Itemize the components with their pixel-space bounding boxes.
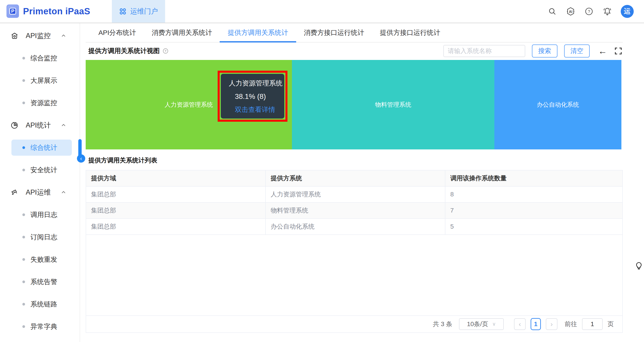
sidebar-item-composite-monitor[interactable]: 综合监控 xyxy=(0,47,80,69)
sidebar-item-call-logs[interactable]: 调用日志 xyxy=(0,204,80,226)
sidebar-group-label: API监控 xyxy=(26,31,51,40)
page-size-select[interactable]: 10条/页 ∨ xyxy=(459,318,504,330)
sidebar-item-resource-monitor[interactable]: 资源监控 xyxy=(0,92,80,114)
bullet-icon xyxy=(22,146,25,149)
main-content: API分布统计 消费方调用关系统计 提供方调用关系统计 消费方接口运行统计 提供… xyxy=(86,23,623,333)
prev-page-button[interactable]: ‹ xyxy=(514,318,526,330)
bullet-icon xyxy=(22,102,25,104)
bullet-icon xyxy=(22,169,25,171)
search-input[interactable] xyxy=(448,48,528,54)
svg-text:?: ? xyxy=(165,50,166,53)
treemap-block-office-system[interactable]: 办公自动化系统 xyxy=(494,60,622,150)
logo-icon: P xyxy=(6,4,19,18)
svg-text:AI: AI xyxy=(569,10,572,14)
bullet-icon xyxy=(22,214,25,216)
sidebar-group-api-stats[interactable]: API统计 xyxy=(0,114,80,136)
chevron-up-icon xyxy=(61,190,66,195)
chart-section-title: 提供方调用关系统计视图 ? xyxy=(86,46,169,56)
tooltip-detail-link[interactable]: 双击查看详情 xyxy=(235,105,279,114)
table-row[interactable]: 集团总部 人力资源管理系统 8 xyxy=(86,186,622,203)
user-avatar[interactable]: 运 xyxy=(621,5,634,18)
sidebar-item-composite-stats[interactable]: 综合统计 xyxy=(0,136,80,159)
bullet-icon xyxy=(22,236,25,238)
sidebar-item-system-links[interactable]: 系统链路 xyxy=(0,293,80,316)
chevron-down-icon: ∨ xyxy=(492,321,496,327)
header-actions: AI ? 运 xyxy=(547,0,634,22)
search-button[interactable]: 搜索 xyxy=(532,44,558,58)
table-header-row: 提供方域 提供方系统 调用该操作系统数量 xyxy=(86,170,622,186)
sidebar-item-failure-resend[interactable]: 失败重发 xyxy=(0,248,80,271)
tab-api-distribution[interactable]: API分布统计 xyxy=(98,23,136,42)
sidebar-item-security-stats[interactable]: 安全统计 xyxy=(0,159,80,181)
sidebar-item-subscribe-logs[interactable]: 订阅日志 xyxy=(0,226,80,248)
list-section-title: 提供方调用关系统计列表 xyxy=(86,156,623,165)
sidebar-item-big-screen[interactable]: 大屏展示 xyxy=(0,69,80,92)
tab-consumer-api-run[interactable]: 消费方接口运行统计 xyxy=(304,23,364,42)
bullet-icon xyxy=(22,57,25,60)
bullet-icon xyxy=(22,303,25,306)
treemap-tooltip: 人力资源管理系统 38.1% (8) 双击查看详情 xyxy=(221,74,284,118)
col-call-count: 调用该操作系统数量 xyxy=(445,170,622,186)
chevron-up-icon xyxy=(61,122,66,128)
col-provider-domain: 提供方域 xyxy=(86,170,266,186)
sidebar-item-exception-dict[interactable]: 异常字典 xyxy=(0,316,80,338)
search-icon[interactable] xyxy=(547,6,557,16)
toolbar-actions: 搜索 清空 ← xyxy=(443,44,623,58)
collapse-icon[interactable]: ‹ xyxy=(77,154,85,162)
tab-consumer-call-relation[interactable]: 消费方调用关系统计 xyxy=(152,23,212,42)
tooltip-value: 38.1% (8) xyxy=(235,92,279,101)
table-empty-area xyxy=(86,235,622,316)
brand-logo: P Primeton iPaaS xyxy=(6,4,90,18)
help-circle-icon[interactable]: ? xyxy=(162,48,169,54)
tab-provider-api-run[interactable]: 提供方接口运行统计 xyxy=(380,23,440,42)
apps-grid-icon xyxy=(119,8,126,15)
sidebar-group-label: API运维 xyxy=(26,188,51,197)
bullet-icon xyxy=(22,79,25,82)
page-number-button[interactable]: 1 xyxy=(530,318,541,330)
provider-call-table: 提供方域 提供方系统 调用该操作系统数量 集团总部 人力资源管理系统 8 集团总… xyxy=(86,170,623,333)
treemap-block-material-system[interactable]: 物料管理系统 xyxy=(292,60,494,150)
bell-icon[interactable] xyxy=(602,6,612,16)
bullet-icon xyxy=(22,258,25,261)
page-unit-label: 页 xyxy=(608,320,614,328)
stats-tab-bar: API分布统计 消费方调用关系统计 提供方调用关系统计 消费方接口运行统计 提供… xyxy=(86,23,623,42)
annotation-highlight-box: 人力资源管理系统 38.1% (8) 双击查看详情 xyxy=(218,71,288,122)
portal-tab-ops[interactable]: 运维门户 xyxy=(112,0,165,22)
col-provider-system: 提供方系统 xyxy=(266,170,445,186)
provider-call-treemap: 人力资源管理系统 物料管理系统 办公自动化系统 人力资源管理系统 38.1% (… xyxy=(86,60,622,150)
pagination-bar: 共 3 条 10条/页 ∨ ‹ 1 › 前往 页 xyxy=(86,316,622,332)
sidebar-group-api-monitor[interactable]: API监控 xyxy=(0,24,80,47)
pie-chart-icon xyxy=(10,121,18,129)
next-page-button[interactable]: › xyxy=(546,318,558,330)
help-icon[interactable]: ? xyxy=(584,6,594,16)
sidebar-group-label: API统计 xyxy=(26,120,51,130)
sidebar-item-system-alerts[interactable]: 系统告警 xyxy=(0,271,80,293)
table-row[interactable]: 集团总部 物料管理系统 7 xyxy=(86,203,622,219)
chevron-up-icon xyxy=(61,33,66,38)
total-count-label: 共 3 条 xyxy=(433,320,452,328)
logo-letter: P xyxy=(10,8,16,14)
app-title: Primeton iPaaS xyxy=(23,6,90,16)
sidebar-group-api-ops[interactable]: API运维 xyxy=(0,181,80,204)
portal-tab-label: 运维门户 xyxy=(130,7,158,16)
goto-page-input[interactable] xyxy=(582,318,602,330)
top-header: P Primeton iPaaS 运维门户 AI xyxy=(0,0,644,23)
cctv-camera-icon xyxy=(10,188,18,196)
back-icon[interactable]: ← xyxy=(598,46,607,56)
svg-text:?: ? xyxy=(588,9,590,14)
clear-button[interactable]: 清空 xyxy=(564,44,590,58)
lightbulb-icon[interactable] xyxy=(635,262,643,271)
bullet-icon xyxy=(22,280,25,283)
tooltip-title: 人力资源管理系统 xyxy=(229,79,282,88)
fullscreen-icon[interactable] xyxy=(614,46,623,56)
table-row[interactable]: 集团总部 办公自动化系统 5 xyxy=(86,219,622,235)
home-monitor-icon xyxy=(10,32,18,40)
ai-assistant-icon[interactable]: AI xyxy=(566,6,576,16)
tab-provider-call-relation[interactable]: 提供方调用关系统计 xyxy=(228,23,288,42)
bullet-icon xyxy=(22,325,25,328)
system-name-search[interactable] xyxy=(443,45,525,57)
chart-toolbar: 提供方调用关系统计视图 ? 搜索 清空 ← xyxy=(86,44,623,58)
sidebar-nav: API监控 综合监控 大屏展示 资源监控 API统计 综合统计 安全统计 xyxy=(0,23,80,342)
goto-label: 前往 xyxy=(564,320,577,328)
